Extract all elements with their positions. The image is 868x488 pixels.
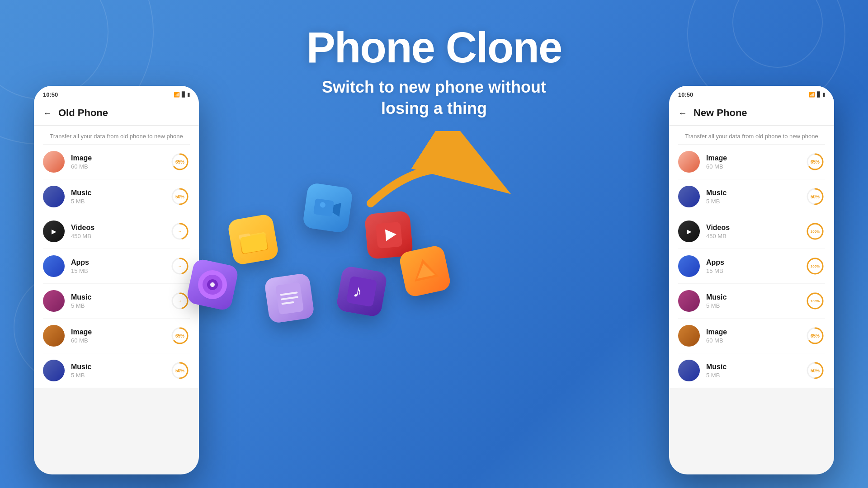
transfer-subtitle-left: Transfer all your data from old phone to… bbox=[43, 126, 190, 145]
back-arrow-left: ← bbox=[43, 108, 52, 118]
svg-rect-14 bbox=[239, 231, 269, 254]
item-name: Apps bbox=[71, 258, 170, 267]
progress-label: 50% bbox=[175, 194, 184, 199]
list-item: Image 60 MB 65% bbox=[678, 145, 825, 179]
item-size: 5 MB bbox=[71, 372, 170, 379]
folder-icon bbox=[227, 213, 279, 266]
item-name: Music bbox=[706, 189, 805, 197]
status-icons-left: 📶 ▊ ▮ bbox=[174, 92, 190, 98]
item-info: Music 5 MB bbox=[706, 293, 805, 309]
wifi-icon: 📶 bbox=[174, 92, 180, 98]
svg-rect-15 bbox=[239, 231, 269, 254]
item-avatar-music2 bbox=[43, 290, 65, 312]
progress-label: 100% bbox=[811, 299, 820, 303]
item-info: Music 5 MB bbox=[706, 189, 805, 205]
item-avatar-music1 bbox=[43, 186, 65, 207]
list-item: ▶ Videos 450 MB 100% bbox=[678, 214, 825, 249]
progress-label: 65% bbox=[175, 160, 184, 164]
item-info: Apps 15 MB bbox=[706, 258, 805, 274]
item-avatar-music3 bbox=[43, 360, 65, 381]
progress-label: 65% bbox=[811, 160, 820, 164]
item-name: Image bbox=[706, 154, 805, 162]
list-item: ▶ Videos 450 MB → bbox=[43, 214, 190, 249]
wifi-icon-right: 📶 bbox=[809, 92, 815, 98]
list-item: Music 5 MB 100% bbox=[678, 284, 825, 319]
new-phone-title: New Phone bbox=[693, 107, 747, 119]
signal-icon: ▊ bbox=[182, 92, 185, 98]
item-name: Apps bbox=[706, 258, 805, 267]
progress-circle: → bbox=[170, 221, 190, 241]
back-arrow-right: ← bbox=[678, 108, 687, 118]
item-name: Music bbox=[71, 363, 170, 371]
progress-label: 50% bbox=[175, 368, 184, 373]
list-item: Music 5 MB 50% bbox=[43, 353, 190, 388]
progress-circle: 65% bbox=[805, 326, 825, 346]
list-item: Image 60 MB 65% bbox=[43, 145, 190, 179]
item-info: Music 5 MB bbox=[71, 363, 170, 379]
item-info: Music 5 MB bbox=[706, 363, 805, 379]
item-avatar bbox=[678, 186, 700, 207]
list-item: Music 5 MB 50% bbox=[678, 353, 825, 388]
item-size: 5 MB bbox=[71, 198, 170, 205]
list-item: Apps 15 MB → bbox=[43, 249, 190, 284]
transfer-icon bbox=[398, 244, 452, 298]
transfer-arrow bbox=[344, 131, 524, 221]
svg-rect-17 bbox=[240, 233, 268, 253]
item-info: Apps 15 MB bbox=[71, 258, 170, 274]
progress-circle: 100% bbox=[805, 256, 825, 276]
status-time-right: 10:50 bbox=[678, 91, 693, 98]
progress-circle: 65% bbox=[170, 152, 190, 172]
progress-circle: 50% bbox=[170, 187, 190, 206]
progress-label: 65% bbox=[175, 333, 184, 338]
svg-text:♪: ♪ bbox=[352, 281, 363, 301]
item-info: Image 60 MB bbox=[706, 154, 805, 170]
item-size: 5 MB bbox=[706, 302, 805, 309]
music-icon: ♪ bbox=[335, 265, 388, 318]
list-item: Image 60 MB 65% bbox=[43, 319, 190, 353]
item-avatar bbox=[678, 325, 700, 347]
svg-rect-18 bbox=[313, 198, 334, 216]
progress-circle: → bbox=[170, 256, 190, 276]
item-size: 5 MB bbox=[706, 372, 805, 379]
svg-point-25 bbox=[206, 278, 218, 291]
item-size: 15 MB bbox=[706, 267, 805, 274]
svg-rect-28 bbox=[280, 291, 297, 296]
item-name: Image bbox=[71, 328, 170, 336]
svg-rect-21 bbox=[375, 221, 402, 249]
progress-label: 50% bbox=[811, 368, 820, 373]
phone-header-left: ← Old Phone bbox=[34, 101, 199, 126]
item-info: Image 60 MB bbox=[706, 328, 805, 344]
item-avatar bbox=[678, 151, 700, 173]
progress-label: → bbox=[178, 264, 182, 268]
old-phone-title: Old Phone bbox=[58, 107, 108, 119]
progress-label: 100% bbox=[811, 264, 820, 268]
svg-point-23 bbox=[195, 267, 230, 301]
progress-circle: 50% bbox=[805, 187, 825, 206]
svg-point-20 bbox=[320, 202, 326, 208]
item-name: Music bbox=[71, 189, 170, 197]
document-icon bbox=[264, 273, 315, 324]
svg-marker-34 bbox=[414, 262, 434, 279]
progress-label: 50% bbox=[811, 194, 820, 199]
svg-marker-19 bbox=[332, 202, 341, 216]
item-size: 60 MB bbox=[706, 163, 805, 170]
list-item: Music 5 MB 50% bbox=[43, 179, 190, 214]
svg-rect-27 bbox=[275, 282, 304, 314]
item-size: 5 MB bbox=[706, 198, 805, 205]
item-info: Music 5 MB bbox=[71, 293, 170, 309]
progress-label: → bbox=[178, 229, 182, 234]
status-bar-left: 10:50 📶 ▊ ▮ bbox=[34, 86, 199, 101]
progress-circle: 65% bbox=[805, 152, 825, 172]
item-name: Videos bbox=[706, 224, 805, 232]
battery-icon-right: ▮ bbox=[822, 92, 825, 98]
svg-rect-29 bbox=[280, 296, 298, 300]
progress-label: 65% bbox=[811, 333, 820, 338]
item-info: Image 60 MB bbox=[71, 328, 170, 344]
item-size: 60 MB bbox=[71, 163, 170, 170]
progress-circle: 100% bbox=[805, 291, 825, 311]
new-phone-content: Transfer all your data from old phone to… bbox=[669, 126, 834, 388]
item-name: Image bbox=[71, 154, 170, 162]
list-item: Music 5 MB 50% bbox=[678, 179, 825, 214]
item-avatar bbox=[678, 360, 700, 381]
item-size: 450 MB bbox=[71, 233, 170, 239]
